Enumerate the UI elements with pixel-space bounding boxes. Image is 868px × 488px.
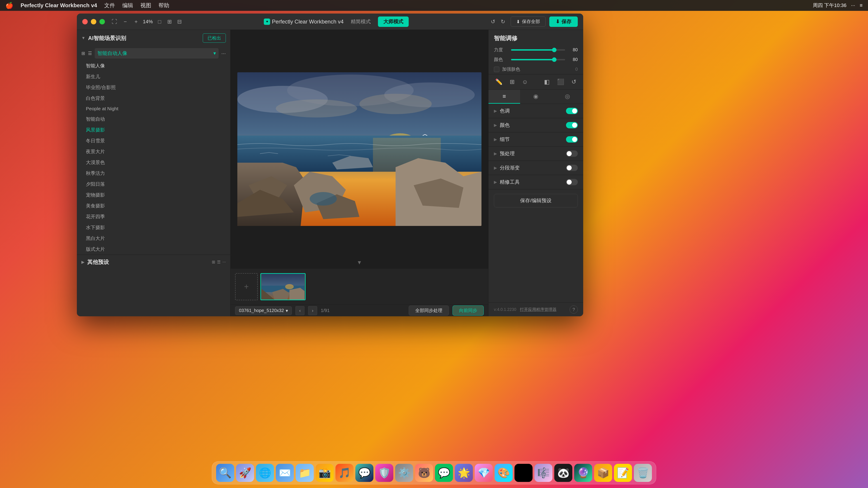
menubar-help[interactable]: 帮助 (158, 2, 169, 9)
preset-item-night[interactable]: 夜景大片 (77, 146, 230, 157)
ai-scene-arrow[interactable]: ▼ (81, 36, 86, 40)
preprocess-toggle[interactable] (566, 151, 578, 157)
dock-music[interactable]: 🎵 (336, 464, 353, 482)
compare-split-icon[interactable]: ⬛ (556, 77, 565, 87)
preset-item-underwater[interactable]: 水下摄影 (77, 222, 230, 233)
compare-left-icon[interactable]: ◧ (543, 77, 551, 87)
grid-view-icon[interactable]: ⊞ (81, 51, 85, 56)
more-button[interactable]: ··· (221, 50, 226, 57)
menubar-edit[interactable]: 编辑 (122, 2, 133, 9)
close-button[interactable] (82, 19, 88, 24)
dock-app8[interactable]: 📦 (594, 464, 612, 482)
redo-button[interactable]: ↻ (499, 18, 507, 26)
other-more-icon[interactable]: ··· (222, 260, 226, 265)
strength-thumb[interactable] (552, 48, 557, 52)
nav-prev-button[interactable]: ‹ (296, 306, 305, 315)
color-slider[interactable] (511, 59, 565, 60)
dock-terminal[interactable]: ▶_ (515, 464, 532, 482)
preset-item-pet[interactable]: 宠物摄影 (77, 190, 230, 200)
filter-tab-style[interactable]: ◎ (552, 90, 583, 104)
zoom-in-button[interactable]: + (132, 18, 140, 26)
view-split-button[interactable]: ⊞ (165, 18, 174, 26)
dock-launchpad[interactable]: 🚀 (236, 464, 254, 482)
dock-app1[interactable]: 🛡️ (375, 464, 393, 482)
color-thumb[interactable] (552, 57, 557, 62)
preset-item-smart-auto[interactable]: 智能自动 (77, 113, 230, 125)
dock-notes[interactable]: 📝 (614, 464, 632, 482)
view-compare-button[interactable]: ⊟ (176, 18, 184, 26)
adjust-color-row[interactable]: ▶ 颜色 (489, 118, 583, 132)
adjust-retouch-row[interactable]: ▶ 精修工具 (489, 175, 583, 189)
gradient-toggle[interactable] (566, 165, 578, 171)
preset-item-landscape[interactable]: 风景摄影 (77, 125, 230, 135)
detected-button[interactable]: 已检出 (203, 33, 226, 43)
preset-item-autumn[interactable]: 秋季活力 (77, 168, 230, 179)
adjust-preprocess-row[interactable]: ▶ 预处理 (489, 147, 583, 161)
filename-select[interactable]: 03761_hope_5120x32 ▾ (235, 306, 292, 315)
dock-app4[interactable]: 💎 (475, 464, 493, 482)
dock-panda[interactable]: 🐼 (554, 464, 572, 482)
view-single-button[interactable]: □ (156, 18, 164, 26)
dock-safari[interactable]: 🌐 (256, 464, 274, 482)
preset-item-white-bg[interactable]: 白色背景 (77, 93, 230, 104)
preset-item-sunset[interactable]: 夕阳日落 (77, 179, 230, 190)
tone-toggle[interactable] (566, 108, 578, 114)
face-tool-icon[interactable]: ☺ (521, 77, 529, 87)
dock-messages[interactable]: 💬 (355, 464, 373, 482)
filter-tab-face[interactable]: ◉ (520, 90, 552, 104)
zoom-out-button[interactable]: − (121, 18, 129, 26)
dock-app6[interactable]: 🎼 (534, 464, 553, 482)
strength-slider[interactable] (511, 49, 565, 51)
fullscreen-button[interactable]: ⛶ (110, 18, 119, 26)
dock-app2[interactable]: 🐻 (415, 464, 433, 482)
preset-item-food[interactable]: 美食摄影 (77, 200, 230, 211)
retouch-toggle[interactable] (566, 179, 578, 185)
other-grid-icon[interactable]: ⊞ (212, 260, 215, 265)
save-button[interactable]: ⬇ 保存 (549, 17, 578, 27)
simple-mode-button[interactable]: 精简模式 (345, 17, 376, 27)
preset-item-bw[interactable]: 黑白大片 (77, 233, 230, 244)
menubar-menu[interactable]: ≡ (860, 2, 863, 8)
master-mode-button[interactable]: 大师模式 (378, 17, 409, 27)
dock-trash[interactable]: 🗑️ (634, 464, 652, 482)
preset-dropdown[interactable]: 智能自动人像 ▾ (95, 48, 219, 59)
dock-finder[interactable]: 🔍 (216, 464, 234, 482)
apple-menu-icon[interactable]: 🍎 (5, 2, 13, 9)
adjust-tone-row[interactable]: ▶ 色调 (489, 104, 583, 118)
preset-item-winter[interactable]: 冬日雪景 (77, 135, 230, 146)
list-view-icon[interactable]: ☰ (88, 51, 92, 56)
dock-weixin[interactable]: 💬 (435, 464, 453, 482)
crop-tool-icon[interactable]: ⊞ (508, 77, 516, 87)
preset-item-people-night[interactable]: People at Night (77, 104, 230, 113)
filter-tab-adjust[interactable]: ≡ (489, 90, 520, 104)
save-all-button[interactable]: ⬇ 保存全部 (510, 17, 546, 27)
menubar-file[interactable]: 文件 (104, 2, 115, 9)
save-preset-button[interactable]: 保存/编辑预设 (494, 194, 578, 207)
menubar-dots[interactable]: ··· (851, 2, 855, 8)
edit-tool-icon[interactable]: ✏️ (494, 77, 504, 87)
help-button[interactable]: ? (569, 305, 578, 314)
color-toggle[interactable] (566, 122, 578, 128)
dock-files[interactable]: 📁 (296, 464, 314, 482)
dock-photos[interactable]: 📸 (315, 464, 334, 482)
preset-item-portrait[interactable]: 智能人像 (77, 60, 230, 71)
adjust-gradient-row[interactable]: ▶ 分段渐变 (489, 161, 583, 175)
app-manager-link[interactable]: 打开应用程序管理器 (520, 307, 557, 312)
preset-item-layout[interactable]: 版式大片 (77, 244, 230, 255)
dock-app5[interactable]: 🎨 (495, 464, 513, 482)
menubar-view[interactable]: 视图 (141, 2, 151, 9)
minimize-button[interactable] (91, 19, 96, 24)
dock-mail[interactable]: ✉️ (276, 464, 294, 482)
sync-button[interactable]: 向前同步 (453, 305, 484, 316)
dock-app3[interactable]: 🌟 (455, 464, 473, 482)
maximize-button[interactable] (99, 19, 105, 24)
sync-all-button[interactable]: 全部同步处理 (409, 305, 449, 316)
nav-next-button[interactable]: › (308, 306, 317, 315)
adjust-detail-row[interactable]: ▶ 细节 (489, 132, 583, 147)
reset-icon[interactable]: ↺ (570, 77, 578, 87)
other-presets-arrow[interactable]: ▶ (81, 260, 85, 265)
preset-item-flowers[interactable]: 花开四季 (77, 211, 230, 222)
enhance-skin-checkbox[interactable] (494, 67, 499, 72)
filmstrip-thumbnail[interactable] (260, 273, 306, 300)
detail-toggle[interactable] (566, 136, 578, 142)
